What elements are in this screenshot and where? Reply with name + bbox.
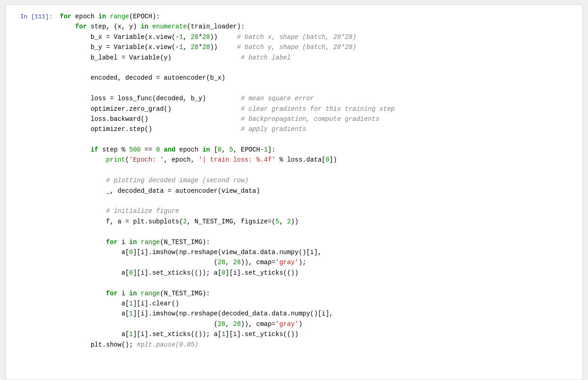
cell-label: In [111]:: [6, 5, 56, 380]
notebook-cell: In [111]: for epoch in range(EPOCH): for…: [5, 5, 583, 380]
cell-content[interactable]: for epoch in range(EPOCH): for step, (x,…: [56, 5, 583, 380]
